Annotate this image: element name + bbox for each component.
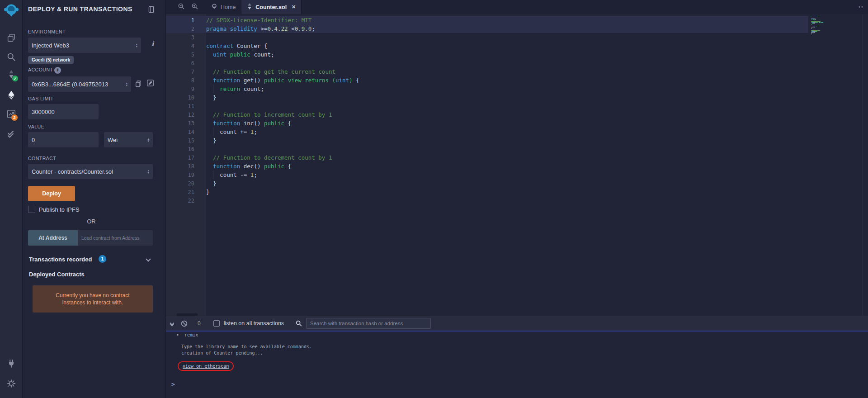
code-text: // Function to increment count by 1 [194, 111, 332, 118]
contract-select[interactable]: Counter - contracts/Counter.sol ▴▾ [28, 164, 153, 179]
resize-horizontal-icon[interactable]: ↔ [857, 2, 864, 10]
value-input[interactable] [28, 132, 99, 147]
view-on-etherscan-link[interactable]: view on etherscan [183, 364, 229, 369]
code-line[interactable]: 17 // Function to decrement count by 1 [166, 153, 868, 162]
line-number: 21 [166, 189, 194, 195]
code-line[interactable]: 10 } [166, 93, 868, 102]
terminal-log-line: creation of Counter pending... [181, 351, 263, 355]
code-editor[interactable]: 1// SPDX-License-Identifier: MIT2pragma … [166, 14, 868, 316]
code-line[interactable]: 5 uint public count; [166, 50, 868, 59]
search-icon[interactable] [6, 52, 17, 62]
code-line[interactable]: 22 [166, 196, 868, 205]
code-line[interactable]: 14 count += 1; [166, 128, 868, 136]
terminal-prompt[interactable]: > [171, 381, 175, 388]
tab-home-label: Home [221, 4, 236, 10]
annotation-red-box: view on etherscan [178, 361, 234, 371]
network-badge: Goerli (5) network [28, 56, 74, 64]
code-line[interactable]: 2pragma solidity >=0.4.22 <0.9.0; [166, 24, 808, 33]
info-icon[interactable]: i [151, 40, 154, 47]
unit-testing-icon[interactable] [6, 128, 17, 139]
deployed-contracts-label: Deployed Contracts [29, 271, 85, 278]
line-number: 15 [166, 137, 194, 144]
plus-circle-icon[interactable]: + [54, 67, 61, 74]
transaction-count: 0 [198, 320, 201, 327]
tab-home[interactable]: Home [206, 0, 241, 14]
line-number: 2 [166, 26, 194, 32]
code-line[interactable]: 16 [166, 145, 868, 153]
double-chevron-down-icon[interactable] [170, 322, 174, 326]
environment-label: ENVIRONMENT [28, 29, 66, 34]
gas-limit-input[interactable] [28, 104, 99, 119]
file-explorer-icon[interactable] [6, 33, 17, 43]
gas-limit-label: GAS LIMIT [28, 96, 53, 101]
terminal: 0 listen on all transactions • remix Typ… [166, 316, 868, 398]
code-text: function dec() public { [194, 163, 291, 170]
main-area: Home Counter.sol ✕ ↔ 1// SPDX-License-Id… [165, 0, 868, 398]
deploy-run-icon[interactable] [6, 90, 17, 100]
close-icon[interactable]: ✕ [292, 4, 296, 10]
code-text: pragma solidity >=0.4.22 <0.9.0; [194, 25, 315, 32]
tab-counter-sol[interactable]: Counter.sol ✕ [241, 0, 302, 14]
code-line[interactable]: 7 // Function to get the current count [166, 67, 868, 76]
listen-all-checkbox[interactable] [213, 320, 220, 327]
code-text: } [194, 180, 217, 187]
terminal-search-input[interactable] [306, 318, 431, 329]
line-number: 4 [166, 43, 194, 49]
code-line[interactable]: 20 } [166, 179, 868, 188]
at-address-button[interactable]: At Address [28, 230, 78, 246]
editor-scrollbar[interactable] [862, 14, 863, 316]
code-text: } [194, 137, 217, 144]
code-line[interactable]: 19 count -= 1; [166, 171, 868, 179]
zoom-in-icon[interactable] [191, 3, 198, 12]
code-line[interactable]: 21} [166, 188, 868, 196]
code-line[interactable]: 8 function get() public view returns (ui… [166, 76, 868, 85]
code-line[interactable]: 13 function inc() public { [166, 119, 868, 128]
editor-minimap[interactable] [811, 16, 838, 36]
terminal-output[interactable]: • remix Type the library name to see ava… [166, 332, 868, 398]
code-lines: 1// SPDX-License-Identifier: MIT2pragma … [166, 16, 868, 205]
listen-all-label: listen on all transactions [224, 320, 284, 327]
account-value: 0x6B3...6864E (0.049752013 [32, 81, 126, 88]
line-number: 10 [166, 95, 194, 101]
chevron-down-icon[interactable] [146, 257, 150, 261]
zoom-out-icon[interactable] [178, 3, 185, 12]
code-line[interactable]: 11 [166, 102, 868, 110]
code-line[interactable]: 3 [166, 33, 868, 42]
code-line[interactable]: 6 [166, 59, 868, 67]
line-number: 5 [166, 52, 194, 58]
code-text: count -= 1; [194, 171, 257, 178]
transactions-count-badge: 1 [99, 255, 106, 263]
edit-icon[interactable] [146, 79, 155, 89]
settings-icon[interactable] [6, 378, 17, 389]
at-address-input[interactable] [78, 230, 153, 246]
plugin-manager-icon[interactable] [6, 358, 17, 369]
publish-ipfs-checkbox[interactable] [28, 206, 35, 213]
code-line[interactable]: 9 return count; [166, 85, 868, 93]
copy-icon[interactable] [134, 80, 142, 90]
code-line[interactable]: 15 } [166, 136, 868, 145]
chevron-updown-icon: ▴▾ [147, 137, 149, 142]
code-line[interactable]: 1// SPDX-License-Identifier: MIT [166, 16, 808, 24]
account-select[interactable]: 0x6B3...6864E (0.049752013 ▴▾ [28, 76, 131, 92]
environment-select[interactable]: Injected Web3 ▴▾ [28, 38, 141, 53]
contract-label: CONTRACT [28, 156, 56, 161]
remix-logo[interactable] [4, 3, 19, 18]
line-number: 9 [166, 86, 194, 92]
line-number: 3 [166, 34, 194, 41]
block-icon[interactable] [181, 320, 188, 327]
contract-value: Counter - contracts/Counter.sol [32, 168, 147, 175]
book-icon[interactable] [147, 5, 155, 15]
indent-guide [213, 171, 213, 179]
terminal-bullet-line: • remix [176, 332, 198, 337]
code-line[interactable]: 4contract Counter { [166, 42, 868, 50]
indent-guide [213, 128, 213, 136]
code-text: function inc() public { [194, 120, 291, 127]
value-unit-select[interactable]: Wei ▴▾ [104, 132, 153, 147]
line-number: 19 [166, 172, 194, 178]
code-line[interactable]: 18 function dec() public { [166, 162, 868, 171]
deploy-button[interactable]: Deploy [28, 186, 75, 201]
code-text: } [194, 94, 217, 101]
line-number: 12 [166, 112, 194, 118]
code-line[interactable]: 12 // Function to increment count by 1 [166, 110, 868, 119]
terminal-toolbar: 0 listen on all transactions [166, 316, 868, 331]
